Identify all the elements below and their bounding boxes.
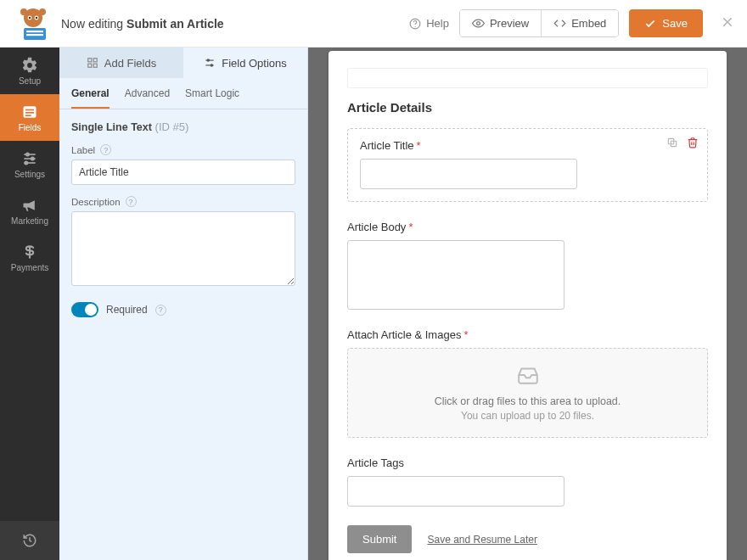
rail-item-fields[interactable]: Fields <box>0 94 59 141</box>
required-toggle[interactable] <box>71 302 98 317</box>
svg-point-5 <box>29 16 31 18</box>
field-article-tags[interactable]: Article Tags <box>347 456 708 507</box>
svg-rect-25 <box>88 64 92 67</box>
help-link[interactable]: Help <box>409 17 449 30</box>
rail-label: Fields <box>19 123 42 132</box>
embed-button[interactable]: Embed <box>541 10 618 36</box>
sliders-icon <box>21 150 38 167</box>
help-icon[interactable]: ? <box>155 305 166 316</box>
field-label: Article Body* <box>347 221 708 233</box>
left-rail: Setup Fields Settings Marketing <box>0 48 59 560</box>
duplicate-field-button[interactable] <box>666 137 678 151</box>
trash-icon <box>687 137 699 148</box>
label-input[interactable] <box>71 160 295 185</box>
text-input-preview[interactable] <box>360 159 577 189</box>
file-upload-zone[interactable]: Click or drag files to this area to uplo… <box>347 348 708 438</box>
section-divider[interactable] <box>347 68 708 88</box>
svg-point-6 <box>36 16 37 18</box>
label-text: Label <box>71 145 95 155</box>
tab-label: Field Options <box>222 57 287 70</box>
svg-rect-16 <box>25 115 31 116</box>
save-label: Save <box>662 17 688 30</box>
help-icon <box>409 18 421 30</box>
copy-icon <box>666 137 678 148</box>
subtab-advanced[interactable]: Advanced <box>125 87 170 109</box>
form-preview-card: Article Details <box>329 51 727 560</box>
subtab-smart-logic[interactable]: Smart Logic <box>185 87 239 109</box>
svg-rect-15 <box>25 112 34 114</box>
field-type-heading: Single Line Text (ID #5) <box>71 120 295 133</box>
preview-label: Preview <box>490 17 529 30</box>
help-icon[interactable]: ? <box>100 144 111 155</box>
eye-icon <box>472 17 485 30</box>
field-id-text: (ID #5) <box>155 120 189 133</box>
code-icon <box>553 17 566 30</box>
editing-prefix: Now editing <box>61 17 126 31</box>
close-icon <box>720 14 735 30</box>
svg-point-30 <box>211 64 212 66</box>
preview-button[interactable]: Preview <box>460 10 541 36</box>
svg-rect-23 <box>88 59 92 62</box>
svg-point-12 <box>477 22 480 25</box>
form-canvas: Article Details <box>308 48 747 560</box>
brand-logo <box>15 6 51 42</box>
rail-item-payments[interactable]: Payments <box>0 234 59 281</box>
tab-add-fields[interactable]: Add Fields <box>59 48 183 78</box>
rail-history-button[interactable] <box>0 521 59 560</box>
rail-label: Payments <box>11 263 48 272</box>
svg-point-22 <box>25 161 27 164</box>
dollar-icon <box>21 244 38 260</box>
field-type-name: Single Line Text <box>71 121 152 133</box>
textarea-preview[interactable] <box>347 240 564 310</box>
save-resume-link[interactable]: Save and Resume Later <box>427 534 536 546</box>
svg-point-11 <box>415 25 416 26</box>
help-icon[interactable]: ? <box>126 196 137 207</box>
sliders-icon <box>204 57 216 69</box>
svg-point-28 <box>207 59 209 61</box>
tab-label: Add Fields <box>104 57 156 70</box>
rail-item-settings[interactable]: Settings <box>0 141 59 188</box>
rail-item-marketing[interactable]: Marketing <box>0 188 59 234</box>
svg-point-20 <box>31 157 34 160</box>
svg-rect-8 <box>26 31 43 32</box>
delete-field-button[interactable] <box>687 137 699 151</box>
side-panel: Add Fields Field Options General Advance… <box>59 48 308 560</box>
editing-indicator: Now editing Submit an Article <box>61 17 224 31</box>
rail-label: Settings <box>14 170 45 179</box>
history-icon <box>22 533 37 548</box>
tab-field-options[interactable]: Field Options <box>183 48 307 78</box>
save-button[interactable]: Save <box>629 9 703 37</box>
check-icon <box>644 18 656 30</box>
gear-icon <box>21 57 38 74</box>
field-article-body[interactable]: Article Body* <box>347 221 708 310</box>
help-label: Help <box>426 17 449 30</box>
description-input[interactable] <box>71 211 295 286</box>
svg-point-2 <box>39 8 46 15</box>
svg-rect-9 <box>26 34 43 36</box>
grid-icon <box>87 57 98 69</box>
close-button[interactable] <box>720 13 735 35</box>
description-text: Description <box>71 197 121 207</box>
field-article-title[interactable]: Article Title* <box>347 128 708 202</box>
required-label: Required <box>106 304 148 316</box>
svg-point-1 <box>20 8 27 15</box>
upload-line-2: You can upload up to 20 files. <box>357 410 699 422</box>
svg-rect-26 <box>93 64 97 67</box>
rail-label: Setup <box>19 76 41 86</box>
megaphone-icon <box>21 197 38 214</box>
text-input-preview[interactable] <box>347 476 564 507</box>
rail-item-setup[interactable]: Setup <box>0 48 59 94</box>
upload-line-1: Click or drag files to this area to uplo… <box>357 395 699 407</box>
form-icon <box>21 104 38 120</box>
section-title: Article Details <box>347 100 708 115</box>
embed-label: Embed <box>571 17 606 30</box>
field-attach-files[interactable]: Attach Article & Images* Click or drag f… <box>347 328 708 438</box>
svg-rect-14 <box>25 109 34 110</box>
inbox-icon <box>517 364 539 386</box>
form-title: Submit an Article <box>126 17 224 31</box>
submit-button[interactable]: Submit <box>347 525 412 553</box>
subtab-general[interactable]: General <box>71 87 110 109</box>
field-label: Article Tags <box>347 456 708 469</box>
svg-rect-24 <box>93 59 97 62</box>
field-label: Article Title* <box>360 139 695 152</box>
